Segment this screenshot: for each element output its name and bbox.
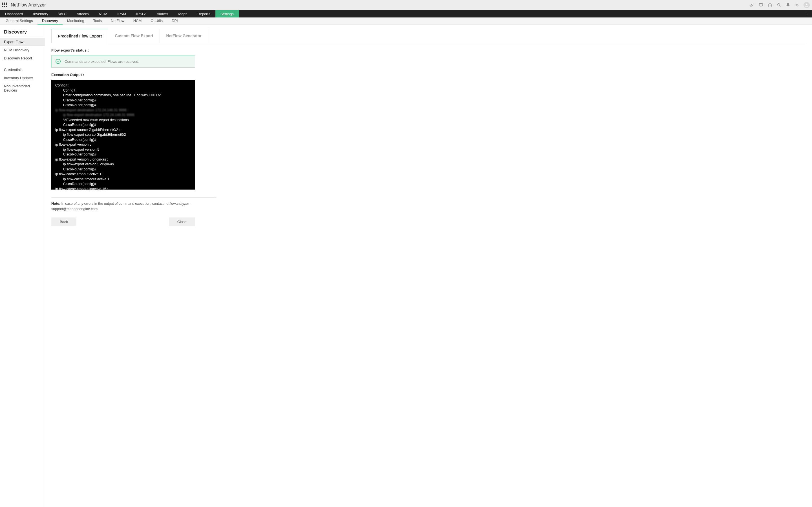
terminal-line: CiscoRouter(config)#: [55, 182, 191, 187]
mainnav-item-alarms[interactable]: Alarms: [152, 10, 173, 17]
sidebar-item-ncm-discovery[interactable]: NCM Discovery: [0, 46, 45, 54]
terminal-line: ip flow-export version 5: [55, 147, 191, 152]
gear-icon[interactable]: [795, 3, 800, 8]
subnav-item-discovery[interactable]: Discovery: [38, 17, 63, 24]
terminal-line: ip flow-cache timeout active 1 :: [55, 172, 191, 177]
terminal-line: ip flow-cache timeout active 1: [55, 177, 191, 182]
terminal-line: CiscoRouter(config)#: [55, 137, 191, 143]
svg-rect-0: [759, 3, 763, 6]
terminal-line: ip flow-export destination 172.24.148.31…: [55, 113, 191, 118]
rocket-icon[interactable]: [749, 3, 755, 8]
note-text: In case of any errors in the output of c…: [51, 202, 190, 211]
subnav-item-netflow[interactable]: NetFlow: [106, 17, 129, 24]
mainnav-item-attacks[interactable]: Attacks: [71, 10, 94, 17]
subnav-item-monitoring[interactable]: Monitoring: [63, 17, 89, 24]
tab-netflow-generator[interactable]: NetFlow Generator: [160, 29, 208, 43]
topbar: NetFlow Analyzer: [0, 0, 812, 10]
sidebar-item-export-flow[interactable]: Export Flow: [0, 38, 45, 46]
output-label: Execution Output :: [51, 73, 806, 77]
tab-custom-flow-export[interactable]: Custom Flow Export: [108, 29, 160, 43]
headset-icon[interactable]: [767, 3, 772, 8]
sidebar: Discovery Export FlowNCM DiscoveryDiscov…: [0, 25, 45, 507]
note-row: Note: In case of any errors in the outpu…: [51, 198, 216, 212]
sidebar-item-non-inventoried-devices[interactable]: Non Inventoried Devices: [0, 82, 45, 94]
terminal-line: ip flow-export version 5 :: [55, 142, 191, 147]
check-circle-icon: [56, 59, 61, 64]
search-icon[interactable]: [776, 3, 781, 8]
svg-rect-2: [771, 5, 772, 6]
terminal-line: %Exceeded maximum export destinations: [55, 118, 191, 123]
svg-point-4: [806, 3, 807, 5]
subnav-item-oputils[interactable]: OpUtils: [146, 17, 167, 24]
terminal-line: CiscoRouter(config)#: [55, 98, 191, 103]
svg-point-3: [777, 3, 780, 6]
terminal-line: ip flow-cache timeout inactive 15 :: [55, 187, 191, 190]
sidebar-item-discovery-report[interactable]: Discovery Report: [0, 54, 45, 62]
subnav-item-ncm[interactable]: NCM: [129, 17, 146, 24]
tab-predefined-flow-export[interactable]: Predefined Flow Export: [51, 29, 108, 43]
note-label: Note:: [51, 202, 60, 206]
terminal-line: ip flow-export version 5 origin-as :: [55, 157, 191, 162]
terminal-line: CiscoRouter(config)#: [55, 152, 191, 157]
back-button[interactable]: Back: [51, 217, 77, 226]
terminal-line: Config t :: [55, 83, 191, 88]
close-button[interactable]: Close: [169, 217, 195, 226]
sidebar-item-credentials[interactable]: Credentials: [0, 66, 45, 74]
mainnav-item-reports[interactable]: Reports: [192, 10, 215, 17]
mainnav-item-dashboard[interactable]: Dashboard: [0, 10, 28, 17]
content-tabs: Predefined Flow ExportCustom Flow Export…: [51, 29, 806, 43]
mainnav-item-maps[interactable]: Maps: [173, 10, 192, 17]
terminal-line: Config t: [55, 88, 191, 93]
app-launcher-icon[interactable]: [2, 3, 7, 8]
status-box: Commands are executed. Flows are receive…: [51, 55, 195, 68]
bell-icon[interactable]: [785, 3, 791, 8]
main-content: Predefined Flow ExportCustom Flow Export…: [45, 25, 812, 507]
main-nav: DashboardInventoryWLCAttacksNCMIPAMIPSLA…: [0, 10, 812, 17]
terminal-line: CiscoRouter(config)#: [55, 103, 191, 108]
terminal-line: ip flow-export source GigabitEthernet0/2: [55, 132, 191, 137]
subnav-item-dpi[interactable]: DPI: [167, 17, 183, 24]
terminal-line: ip flow-export destination 172.24.148.31…: [55, 108, 191, 113]
sidebar-title: Discovery: [0, 27, 45, 38]
execution-output-terminal[interactable]: Config t : Config t Enter configuration …: [51, 80, 195, 189]
terminal-line: ip flow-export version 5 origin-as: [55, 162, 191, 167]
status-label: Flow export's status :: [51, 48, 806, 52]
subnav-item-general-settings[interactable]: General Settings: [1, 17, 38, 24]
mainnav-item-wlc[interactable]: WLC: [53, 10, 71, 17]
avatar-icon[interactable]: [804, 2, 810, 8]
status-message: Commands are executed. Flows are receive…: [64, 59, 139, 64]
more-menu-icon[interactable]: ⋮: [802, 10, 812, 17]
mainnav-item-inventory[interactable]: Inventory: [28, 10, 53, 17]
subnav-item-tools[interactable]: Tools: [89, 17, 106, 24]
terminal-line: CiscoRouter(config)#: [55, 122, 191, 128]
mainnav-item-ncm[interactable]: NCM: [94, 10, 112, 17]
terminal-line: Enter configuration commands, one per li…: [55, 93, 191, 98]
mainnav-item-settings[interactable]: Settings: [215, 10, 239, 17]
mainnav-item-ipsla[interactable]: IPSLA: [131, 10, 152, 17]
sub-nav: General SettingsDiscoveryMonitoringTools…: [0, 17, 812, 25]
mainnav-item-ipam[interactable]: IPAM: [112, 10, 131, 17]
app-title: NetFlow Analyzer: [11, 3, 46, 8]
screen-icon[interactable]: [758, 3, 763, 8]
terminal-line: CiscoRouter(config)#: [55, 167, 191, 172]
sidebar-item-inventory-updater[interactable]: Inventory Updater: [0, 74, 45, 82]
svg-rect-1: [768, 5, 769, 6]
terminal-line: ip flow-export source GigabitEthernet0/2…: [55, 128, 191, 133]
